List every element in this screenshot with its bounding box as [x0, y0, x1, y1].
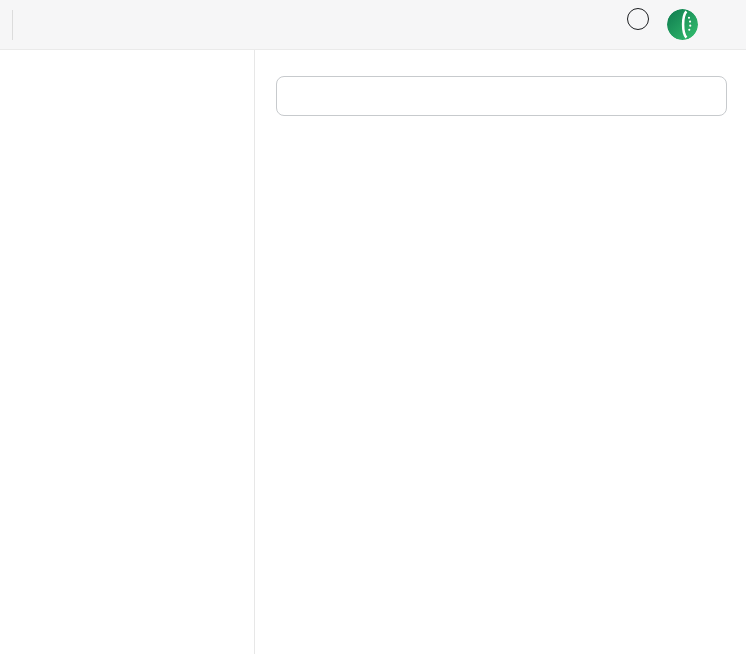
- topbar: [0, 0, 746, 50]
- kebab-menu-icon[interactable]: [708, 92, 716, 100]
- content: [0, 50, 746, 654]
- main-panel: [255, 50, 746, 654]
- avatar[interactable]: [667, 9, 698, 40]
- tradalab-logo-icon: [667, 9, 698, 40]
- help-icon[interactable]: [627, 8, 649, 30]
- sidebar: [0, 50, 255, 654]
- topbar-divider: [12, 10, 13, 40]
- account-selector[interactable]: [276, 76, 727, 116]
